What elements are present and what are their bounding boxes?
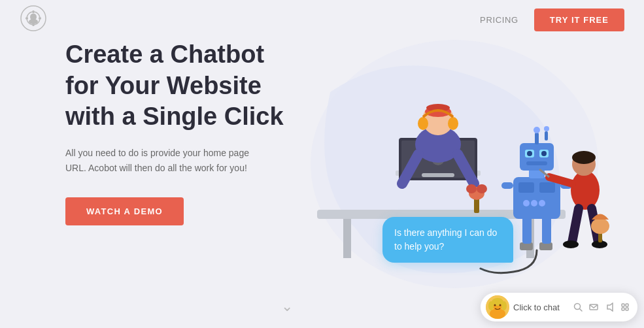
expand-icon[interactable]	[619, 301, 631, 313]
svg-rect-70	[622, 304, 624, 306]
search-icon[interactable]	[572, 301, 584, 313]
svg-point-54	[563, 240, 579, 248]
hero-text-section: Create a Chatbot for Your Website with a…	[65, 39, 288, 225]
chat-avatar	[486, 295, 509, 319]
nav-right: PRICING TRY IT FREE	[480, 8, 624, 31]
svg-rect-48	[501, 182, 513, 189]
svg-rect-43	[526, 161, 547, 165]
logo-icon	[20, 5, 47, 35]
svg-point-25	[466, 184, 477, 193]
try-free-button[interactable]: TRY IT FREE	[534, 8, 624, 31]
svg-point-57	[591, 218, 609, 234]
svg-point-64	[494, 304, 496, 306]
hero-illustration	[278, 7, 644, 328]
audio-icon[interactable]	[603, 301, 615, 313]
svg-rect-33	[539, 182, 555, 193]
svg-rect-73	[626, 308, 628, 310]
chat-widget-placeholder: Click to chat	[513, 303, 568, 312]
pricing-link[interactable]: PRICING	[480, 15, 518, 25]
hero-subtitle: All you need to do is provide your home …	[65, 146, 262, 177]
svg-rect-10	[343, 219, 351, 258]
chat-bubble: Is there anything I can do to help you?	[382, 217, 513, 263]
svg-point-21	[418, 117, 428, 130]
svg-point-41	[527, 151, 532, 156]
svg-point-62	[488, 301, 494, 310]
svg-point-63	[501, 301, 507, 310]
svg-point-22	[448, 117, 458, 130]
hero-title: Create a Chatbot for Your Website with a…	[65, 39, 288, 133]
svg-point-50	[571, 171, 600, 210]
email-icon[interactable]	[588, 301, 600, 313]
svg-rect-4	[25, 18, 28, 20]
svg-line-67	[580, 309, 583, 312]
svg-rect-46	[545, 131, 548, 140]
svg-marker-69	[607, 303, 613, 311]
chat-bubble-text: Is there anything I can do to help you?	[394, 227, 497, 252]
svg-point-35	[531, 200, 537, 206]
svg-point-45	[534, 127, 540, 133]
svg-rect-71	[626, 304, 628, 306]
svg-rect-32	[518, 182, 534, 193]
svg-point-52	[572, 151, 596, 164]
svg-point-36	[539, 200, 545, 206]
svg-point-26	[477, 184, 487, 193]
watch-demo-button[interactable]: WATCH A DEMO	[65, 197, 184, 225]
chat-widget[interactable]: Click to chat	[481, 293, 637, 321]
svg-rect-2	[33, 10, 35, 13]
chat-widget-icons	[572, 301, 631, 313]
svg-point-7	[29, 19, 38, 24]
svg-point-42	[541, 151, 547, 156]
svg-rect-29	[522, 215, 532, 244]
svg-rect-44	[535, 133, 539, 144]
svg-rect-16	[422, 173, 454, 177]
svg-rect-72	[622, 308, 624, 310]
svg-rect-38	[520, 143, 554, 171]
logo-area	[20, 5, 47, 35]
header: PRICING TRY IT FREE	[0, 0, 644, 39]
svg-point-34	[523, 200, 530, 206]
svg-rect-30	[542, 215, 551, 244]
svg-point-47	[544, 126, 549, 131]
svg-point-65	[500, 304, 501, 306]
svg-rect-5	[39, 18, 41, 20]
illustration-area: Is there anything I can do to help you? …	[278, 0, 644, 328]
